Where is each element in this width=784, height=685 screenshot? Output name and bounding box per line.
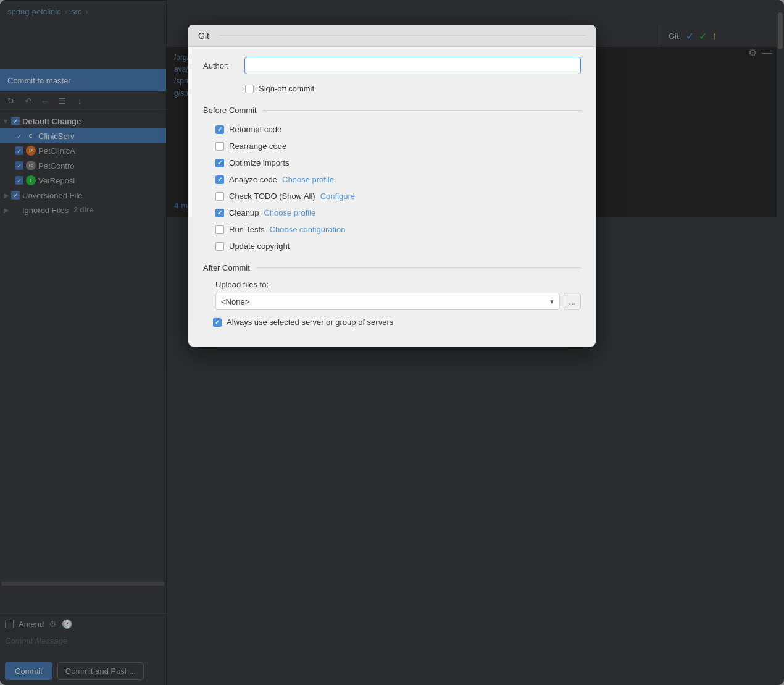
checktodo-label: Check TODO (Show All) xyxy=(229,191,315,201)
optimize-row: Optimize imports xyxy=(215,156,581,170)
git-dialog: Git Author: Sign-off commit Before Commi… xyxy=(188,25,596,347)
after-commit-section: After Commit xyxy=(203,263,581,272)
checktodo-row: Check TODO (Show All) Configure xyxy=(215,189,581,203)
runtests-config-link[interactable]: Choose configuration xyxy=(270,225,346,234)
analyze-profile-link[interactable]: Choose profile xyxy=(282,175,334,184)
modal-body: Author: Sign-off commit Before Commit Re… xyxy=(188,47,596,347)
upload-dropdown[interactable]: <None> xyxy=(215,293,560,310)
modal-overlay: Git Author: Sign-off commit Before Commi… xyxy=(0,0,784,685)
runtests-label: Run Tests xyxy=(229,225,265,234)
analyze-checkbox[interactable] xyxy=(215,175,224,184)
rearrange-row: Rearrange code xyxy=(215,139,581,153)
copyright-checkbox[interactable] xyxy=(215,242,224,251)
runtests-row: Run Tests Choose configuration xyxy=(215,222,581,237)
after-commit-divider xyxy=(256,267,581,268)
signoff-row: Sign-off commit xyxy=(203,82,581,96)
checktodo-checkbox[interactable] xyxy=(215,192,224,201)
copyright-row: Update copyright xyxy=(215,239,581,253)
author-label: Author: xyxy=(203,61,237,70)
cleanup-row: Cleanup Choose profile xyxy=(215,206,581,220)
runtests-checkbox[interactable] xyxy=(215,225,224,234)
reformat-checkbox[interactable] xyxy=(215,125,224,134)
before-commit-section: Before Commit xyxy=(203,106,581,115)
rearrange-checkbox[interactable] xyxy=(215,142,224,151)
signoff-label: Sign-off commit xyxy=(259,84,314,93)
before-commit-divider xyxy=(263,110,581,111)
after-commit-title: After Commit xyxy=(203,263,250,272)
author-row: Author: xyxy=(203,57,581,74)
cleanup-profile-link[interactable]: Choose profile xyxy=(264,208,315,217)
cleanup-label: Cleanup xyxy=(229,208,259,217)
modal-title-bar: Git xyxy=(188,25,596,47)
rearrange-label: Rearrange code xyxy=(229,141,286,151)
analyze-row: Analyze code Choose profile xyxy=(215,172,581,187)
copyright-label: Update copyright xyxy=(229,242,290,251)
modal-title: Git xyxy=(198,31,209,41)
reformat-row: Reformat code xyxy=(215,122,581,137)
upload-label: Upload files to: xyxy=(213,280,581,289)
dropdown-row: <None> ▼ ... xyxy=(213,293,581,310)
reformat-label: Reformat code xyxy=(229,125,281,134)
always-use-label: Always use selected server or group of s… xyxy=(227,317,393,327)
author-input[interactable] xyxy=(244,57,581,74)
before-commit-options: Reformat code Rearrange code Optimize im… xyxy=(203,122,581,253)
checktodo-configure-link[interactable]: Configure xyxy=(320,191,355,201)
analyze-label: Analyze code xyxy=(229,175,277,184)
upload-section: Upload files to: <None> ▼ ... Always use… xyxy=(203,280,581,329)
signoff-checkbox[interactable] xyxy=(245,85,254,93)
before-commit-title: Before Commit xyxy=(203,106,257,115)
cleanup-checkbox[interactable] xyxy=(215,209,224,217)
always-use-row: Always use selected server or group of s… xyxy=(213,315,581,329)
upload-dropdown-wrapper: <None> ▼ xyxy=(215,293,560,310)
optimize-checkbox[interactable] xyxy=(215,159,224,167)
modal-title-divider xyxy=(219,35,586,36)
optimize-label: Optimize imports xyxy=(229,158,290,167)
dots-button[interactable]: ... xyxy=(564,293,581,310)
always-use-checkbox[interactable] xyxy=(213,318,222,327)
